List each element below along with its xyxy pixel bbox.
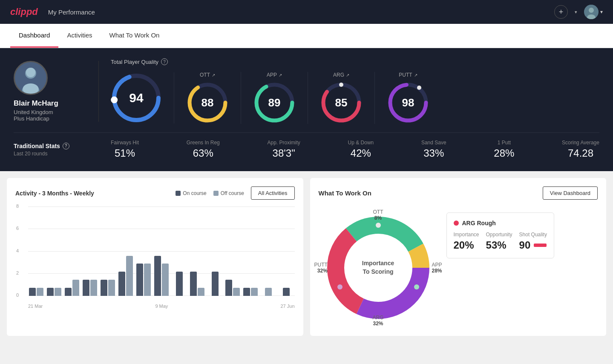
trad-item-3: Up & Down 42% (348, 140, 374, 159)
grid-label-8: 8 (16, 203, 19, 209)
all-activities-button[interactable]: All Activities (251, 186, 295, 200)
detail-card-title: ARG Rough (454, 220, 547, 226)
trad-item-5: 1 Putt 28% (494, 140, 514, 159)
donut-label-app: APP 28% (432, 262, 442, 274)
avatar-dropdown-arrow: ▾ (600, 9, 603, 15)
bar-group (153, 256, 170, 296)
work-header: What To Work On View Dashboard (319, 186, 598, 200)
view-dashboard-button[interactable]: View Dashboard (543, 186, 598, 200)
player-info: Blair McHarg United Kingdom Plus Handica… (14, 61, 99, 122)
svg-point-29 (337, 284, 342, 289)
bar-off-course (265, 288, 272, 296)
tab-activities[interactable]: Activities (58, 24, 101, 48)
grid-label-4: 4 (16, 248, 19, 253)
bar-off-course (108, 280, 115, 296)
bar-off-course (55, 288, 61, 296)
trad-help-icon[interactable]: ? (63, 143, 69, 149)
bar-group (100, 280, 116, 296)
gauge-label-arg: ARG ↗ (333, 72, 349, 78)
gauge-circle-ott: 88 (186, 81, 229, 124)
gauge-app: APP ↗ 89 (241, 72, 308, 124)
what-to-work-on-card: What To Work On View Dashboard (310, 178, 607, 336)
bar-group (118, 256, 134, 296)
gauge-arg: ARG ↗ 85 (308, 72, 375, 124)
gauge-circle-app: 89 (253, 81, 296, 124)
work-title: What To Work On (319, 189, 371, 197)
trad-item-0: Fairways Hit 51% (111, 140, 139, 159)
gauge-ott: OTT ↗ 88 (174, 72, 241, 124)
bar-on-course (154, 256, 161, 296)
bar-group (46, 288, 63, 296)
user-avatar-button[interactable]: ▾ (584, 5, 603, 19)
stats-top: Blair McHarg United Kingdom Plus Handica… (14, 58, 599, 124)
gauge-label-ott: OTT ↗ (200, 72, 215, 78)
chart-area: 8 6 4 2 0 21 Mar 9 May 27 Jun (15, 206, 295, 309)
bar-group (171, 272, 187, 296)
chart-controls: On course Off course All Activities (176, 186, 294, 200)
bar-off-course (37, 288, 43, 296)
x-label-0: 21 Mar (28, 304, 43, 309)
gauge-circle-putt: 98 (387, 81, 429, 124)
player-handicap: Plus Handicap (14, 115, 49, 122)
x-label-2: 27 Jun (280, 304, 294, 309)
bar-off-course (251, 288, 258, 296)
player-avatar (14, 61, 48, 95)
gauge-value-total: 94 (129, 91, 143, 105)
svg-point-17 (339, 83, 343, 87)
trad-label-title: Traditional Stats ? (14, 143, 89, 149)
putt-arrow-icon: ↗ (414, 73, 417, 77)
svg-point-28 (414, 284, 419, 289)
header: clippd My Performance + ▾ ▾ (0, 0, 613, 24)
bar-on-course (190, 272, 197, 296)
chart-title: Activity - 3 Months - Weekly (15, 190, 94, 197)
gauge-label-putt: PUTT ↗ (399, 72, 417, 78)
bar-off-course (162, 264, 169, 296)
chart-header: Activity - 3 Months - Weekly On course O… (15, 186, 295, 200)
arg-arrow-icon: ↗ (346, 73, 349, 77)
add-button[interactable]: + (554, 5, 568, 19)
bar-on-course (176, 272, 183, 296)
bar-on-course (283, 288, 290, 296)
quality-gauges: 94 OTT ↗ 88 (111, 72, 599, 124)
bar-on-course (65, 288, 72, 296)
gauge-circle-arg: 85 (320, 81, 363, 124)
trad-item-4: Sand Save 33% (421, 140, 446, 159)
bar-off-course (198, 288, 204, 296)
bar-on-course (212, 272, 219, 296)
chart-legend: On course Off course (176, 190, 244, 196)
bar-off-course (126, 256, 133, 296)
quality-help-icon[interactable]: ? (161, 58, 168, 65)
bar-off-course (233, 288, 240, 296)
donut-center-text: Importance To Scoring (362, 259, 394, 276)
header-right: + ▾ ▾ (554, 5, 603, 19)
add-dropdown-arrow: ▾ (575, 9, 577, 15)
trad-label-sub: Last 20 rounds (14, 151, 89, 157)
activity-chart-card: Activity - 3 Months - Weekly On course O… (7, 178, 303, 336)
gauge-total: 94 (111, 72, 174, 123)
grid-label-0: 0 (16, 292, 19, 298)
bar-group (64, 280, 81, 296)
ott-arrow-icon: ↗ (212, 73, 215, 77)
trad-items: Fairways Hit 51% Greens In Reg 63% App. … (99, 140, 599, 159)
nav-tabs: Dashboard Activities What To Work On (0, 24, 613, 48)
trad-item-6: Scoring Average 74.28 (562, 140, 599, 159)
tab-what-to-work-on[interactable]: What To Work On (101, 24, 168, 48)
work-content: Importance To Scoring OTT 8% APP 28% ARG… (319, 208, 598, 327)
tab-dashboard[interactable]: Dashboard (10, 24, 58, 48)
off-course-legend-dot (213, 191, 219, 196)
svg-point-10 (111, 96, 118, 103)
bar-group (207, 272, 223, 296)
svg-point-7 (23, 83, 39, 94)
bar-group (189, 272, 205, 296)
shot-quality-bar: 90 (519, 239, 547, 251)
work-detail: ARG Rough Importance 20% Opportunity 53%… (446, 208, 598, 327)
svg-point-27 (376, 223, 381, 228)
svg-point-1 (589, 8, 594, 13)
bottom-section: Activity - 3 Months - Weekly On course O… (0, 171, 613, 343)
donut-label-ott: OTT 8% (373, 209, 383, 221)
svg-point-20 (417, 86, 421, 90)
avatar (584, 5, 599, 19)
bar-on-course (29, 288, 36, 296)
detail-metric-shot-quality: Shot Quality 90 (519, 232, 547, 251)
bar-group (278, 288, 295, 296)
